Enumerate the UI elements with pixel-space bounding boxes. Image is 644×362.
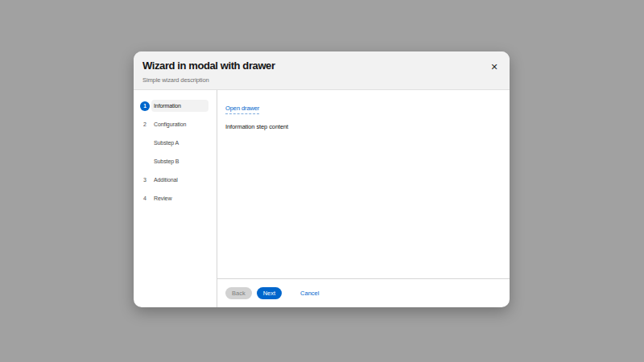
step-number: 2 bbox=[140, 120, 150, 130]
modal-body: 1 Information 2 Configuration Substep A … bbox=[134, 90, 510, 307]
step-label: Information bbox=[151, 100, 208, 112]
wizard-step-review[interactable]: 4 Review bbox=[134, 189, 217, 208]
open-drawer-link[interactable]: Open drawer bbox=[225, 105, 259, 114]
step-number: 3 bbox=[140, 175, 150, 185]
cancel-button[interactable]: Cancel bbox=[300, 290, 319, 297]
wizard-modal: Wizard in modal with drawer Simple wizar… bbox=[134, 51, 510, 307]
wizard-step-nav: 1 Information 2 Configuration Substep A … bbox=[134, 90, 217, 307]
wizard-step-configuration[interactable]: 2 Configuration bbox=[134, 115, 217, 134]
step-label: Review bbox=[151, 192, 208, 204]
wizard-substep-a[interactable]: Substep A bbox=[134, 134, 217, 152]
step-content-text: Information step content bbox=[225, 123, 502, 130]
modal-description: Simple wizard description bbox=[142, 76, 498, 84]
step-label: Configuration bbox=[151, 118, 208, 130]
step-number bbox=[140, 138, 150, 148]
wizard-step-additional[interactable]: 3 Additional bbox=[134, 171, 217, 189]
back-button[interactable]: Back bbox=[225, 287, 252, 299]
wizard-main-column: Open drawer Information step content Bac… bbox=[217, 90, 510, 307]
step-label: Additional bbox=[151, 174, 208, 186]
step-number: 4 bbox=[140, 194, 150, 204]
step-number-badge: 1 bbox=[140, 101, 150, 111]
wizard-footer: Back Next Cancel bbox=[217, 278, 510, 307]
wizard-substep-b[interactable]: Substep B bbox=[134, 152, 217, 171]
step-label: Substep A bbox=[151, 137, 208, 149]
step-number bbox=[140, 157, 150, 167]
next-button[interactable]: Next bbox=[257, 287, 282, 299]
modal-header: Wizard in modal with drawer Simple wizar… bbox=[134, 51, 510, 90]
step-content-area: Open drawer Information step content bbox=[217, 90, 510, 278]
modal-title: Wizard in modal with drawer bbox=[142, 60, 498, 72]
wizard-step-information[interactable]: 1 Information bbox=[134, 97, 217, 115]
step-label: Substep B bbox=[151, 155, 208, 167]
close-icon[interactable]: ✕ bbox=[488, 60, 501, 73]
